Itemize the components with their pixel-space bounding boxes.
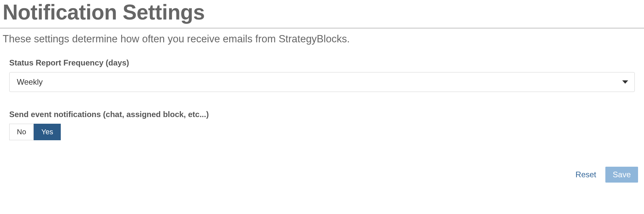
page-description: These settings determine how often you r…	[0, 33, 644, 58]
reset-button[interactable]: Reset	[576, 170, 596, 179]
frequency-label: Status Report Frequency (days)	[9, 58, 635, 67]
frequency-select-control[interactable]: Weekly	[9, 72, 635, 92]
event-notifications-no-button[interactable]: No	[9, 124, 34, 140]
frequency-select[interactable]: Weekly	[9, 72, 635, 92]
divider	[0, 28, 644, 28]
page-title: Notification Settings	[0, 0, 644, 28]
save-button[interactable]: Save	[605, 167, 638, 183]
event-notifications-toggle: No Yes	[9, 124, 61, 140]
event-notifications-yes-button[interactable]: Yes	[34, 124, 61, 140]
event-notifications-label: Send event notifications (chat, assigned…	[9, 110, 635, 119]
frequency-selected-value: Weekly	[17, 77, 43, 87]
footer-actions: Reset Save	[0, 167, 644, 189]
settings-form: Status Report Frequency (days) Weekly Se…	[0, 58, 644, 167]
